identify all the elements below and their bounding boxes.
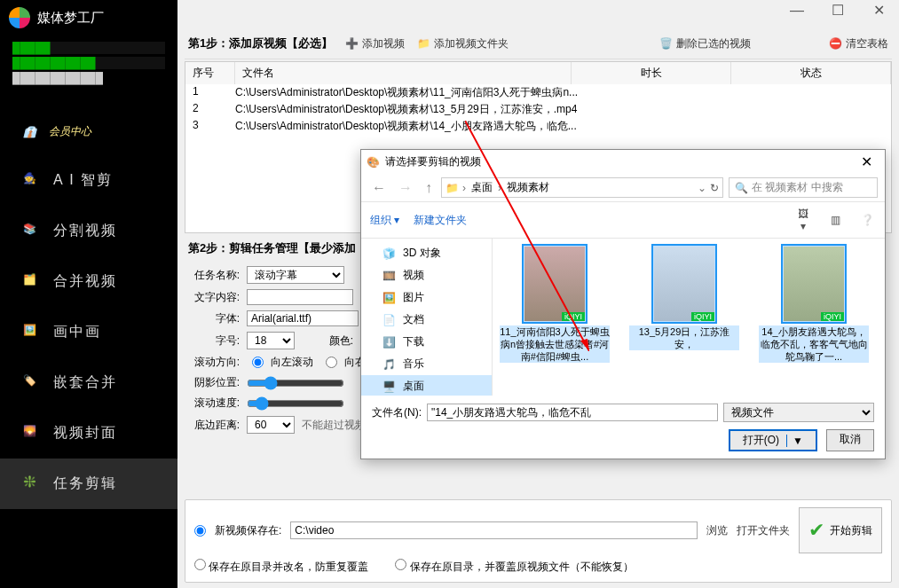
th-duration[interactable]: 时长: [572, 62, 731, 84]
file-open-dialog: 🎨 请选择要剪辑的视频 ✕ ← → ↑ 📁› 桌面› 视频素材 ⌄ ↻ 🔍在 视…: [360, 149, 886, 459]
maximize-button[interactable]: ☐: [817, 0, 858, 25]
search-icon: 🔍: [735, 182, 748, 194]
add-video-button[interactable]: ➕添加视频: [345, 36, 405, 51]
bottom-margin-select[interactable]: 60: [247, 416, 295, 434]
gear-flower-icon: ❇️: [23, 475, 41, 493]
dir-left-radio[interactable]: [252, 357, 264, 368]
sidebar-item-split[interactable]: 📚分割视频: [0, 206, 177, 256]
step1-bar: 第1步：添加原视频【必选】 ➕添加视频 📁添加视频文件夹 🗑️删除已选的视频 ⛔…: [185, 28, 892, 59]
minimize-button[interactable]: —: [777, 0, 817, 25]
file-thumbnails: iQIYI11_河南信阳3人死于蜱虫病n曾接触去世感染者#河南#信阳#蜱虫...…: [493, 239, 885, 396]
breadcrumb[interactable]: 📁› 桌面› 视频素材 ⌄ ↻: [441, 177, 723, 198]
dialog-close-button[interactable]: ✕: [854, 153, 879, 170]
folder-icon: 📁: [446, 182, 459, 194]
file-item[interactable]: iQIYI11_河南信阳3人死于蜱虫病n曾接触去世感染者#河南#信阳#蜱虫...: [500, 246, 610, 363]
tag-icon: 🏷️: [23, 374, 41, 392]
profile-area: █████ ███████████ ████████████: [0, 35, 177, 115]
sidebar-item-merge[interactable]: 🗂️合并视频: [0, 256, 177, 307]
filename-label: 文件名(N):: [372, 405, 422, 420]
refresh-button[interactable]: ↻: [710, 182, 719, 194]
video-icon: 🎞️: [382, 270, 396, 282]
cancel-button[interactable]: 取消: [826, 429, 874, 451]
download-icon: ⬇️: [382, 336, 396, 349]
open-button[interactable]: 打开(O)▼: [729, 429, 817, 451]
delete-selected-button[interactable]: 🗑️删除已选的视频: [659, 36, 751, 51]
filename-input[interactable]: [427, 404, 718, 421]
tree-item[interactable]: 🖥️桌面: [361, 375, 492, 396]
tree-item[interactable]: 🧊3D 对象: [361, 242, 492, 264]
save-path-input[interactable]: [290, 521, 698, 539]
nav-back-button[interactable]: ←: [368, 180, 390, 196]
clear-icon: ⛔: [829, 37, 842, 50]
table-row[interactable]: 1C:\Users\Administrator\Desktop\视频素材\11_…: [185, 84, 891, 101]
search-input[interactable]: 🔍在 视频素材 中搜索: [729, 177, 878, 198]
plus-icon: ➕: [345, 37, 359, 50]
add-folder-button[interactable]: 📁添加视频文件夹: [417, 36, 509, 51]
tree-item[interactable]: 📄文档: [361, 309, 492, 331]
sidebar-vip[interactable]: 👔 会员中心: [0, 115, 177, 155]
step1-title: 第1步：添加原视频【必选】: [188, 35, 333, 51]
organize-menu[interactable]: 组织 ▾: [370, 213, 399, 228]
preview-pane-button[interactable]: ▥: [826, 214, 844, 226]
sidebar-item-pip[interactable]: 🖼️画中画: [0, 307, 177, 357]
clear-table-button[interactable]: ⛔清空表格: [829, 36, 888, 51]
file-item[interactable]: iQIYI13_5月29日，江苏淮安，: [629, 246, 739, 350]
document-icon: 📄: [382, 314, 396, 326]
iqiyi-badge: iQIYI: [691, 312, 714, 321]
stack-icon: 📚: [23, 223, 41, 240]
th-status[interactable]: 状态: [731, 62, 891, 84]
browse-button[interactable]: 浏览: [706, 523, 728, 538]
table-row[interactable]: 3C:\Users\Administrator\Desktop\视频素材\14_…: [185, 118, 891, 135]
open-folder-button[interactable]: 打开文件夹: [737, 523, 790, 538]
tree-item[interactable]: ⬇️下载: [361, 331, 492, 353]
tree-item[interactable]: 🎵音乐: [361, 353, 492, 375]
dir-right-radio[interactable]: [326, 357, 337, 368]
file-filter-select[interactable]: 视频文件: [723, 403, 874, 422]
shadow-slider[interactable]: [247, 376, 344, 390]
view-mode-button[interactable]: 🖼 ▾: [794, 208, 812, 232]
sidebar-item-cover[interactable]: 🌄视频封面: [0, 408, 177, 459]
check-icon: ✔: [808, 519, 824, 542]
close-button[interactable]: ✕: [858, 0, 899, 25]
iqiyi-badge: iQIYI: [562, 312, 585, 321]
start-button[interactable]: ✔开始剪辑: [799, 507, 882, 553]
titlebar: — ☐ ✕: [777, 0, 899, 25]
folder-icon: 📁: [417, 37, 430, 50]
vip-icon: 👔: [23, 126, 36, 138]
merge-icon: 🗂️: [23, 273, 41, 291]
th-no[interactable]: 序号: [185, 62, 235, 84]
chevron-down-icon[interactable]: ⌄: [698, 182, 706, 194]
app-logo: [9, 7, 30, 28]
th-filename[interactable]: 文件名: [235, 62, 572, 84]
image-icon: 🌄: [23, 425, 41, 443]
task-name-select[interactable]: 滚动字幕: [247, 266, 344, 284]
nav-forward-button[interactable]: →: [395, 180, 416, 196]
table-row[interactable]: 2C:\Users\Administrator\Desktop\视频素材\13_…: [185, 101, 891, 118]
iqiyi-badge: iQIYI: [821, 312, 844, 321]
cube-icon: 🧊: [382, 247, 396, 260]
save-rename-radio[interactable]: [194, 559, 206, 570]
font-size-select[interactable]: 18: [247, 332, 295, 349]
music-icon: 🎵: [382, 358, 396, 371]
save-overwrite-radio[interactable]: [395, 559, 406, 570]
nav-up-button[interactable]: ↑: [422, 180, 436, 196]
tree-item[interactable]: 🎞️视频: [361, 264, 492, 286]
new-folder-button[interactable]: 新建文件夹: [414, 213, 467, 228]
speed-slider[interactable]: [247, 396, 344, 411]
help-button[interactable]: ❔: [858, 214, 876, 226]
delete-icon: 🗑️: [659, 37, 673, 50]
bottom-bar: 新视频保存在: 浏览 打开文件夹 ✔开始剪辑 保存在原目录并改名，防重复覆盖 保…: [185, 499, 892, 583]
dialog-title: 请选择要剪辑的视频: [385, 154, 848, 169]
text-content-input[interactable]: [247, 289, 353, 305]
sidebar-item-ai[interactable]: 🧙A I 智剪: [0, 155, 177, 206]
open-dropdown[interactable]: ▼: [786, 435, 803, 447]
font-input[interactable]: [247, 310, 359, 326]
sidebar: 媒体梦工厂 █████ ███████████ ████████████ 👔 会…: [0, 0, 177, 588]
save-new-radio[interactable]: [194, 525, 206, 537]
wizard-icon: 🧙: [23, 172, 41, 190]
tree-item[interactable]: 🖼️图片: [361, 286, 492, 309]
sidebar-item-nest[interactable]: 🏷️嵌套合并: [0, 357, 177, 408]
sidebar-item-task[interactable]: ❇️任务剪辑: [0, 459, 177, 509]
file-item[interactable]: iQIYI14_小朋友路遇大鸵鸟，临危不乱，客客气气地向鸵鸟鞠了一...: [759, 246, 869, 363]
folder-tree: 🧊3D 对象 🎞️视频 🖼️图片 📄文档 ⬇️下载 🎵音乐 🖥️桌面: [361, 239, 493, 396]
